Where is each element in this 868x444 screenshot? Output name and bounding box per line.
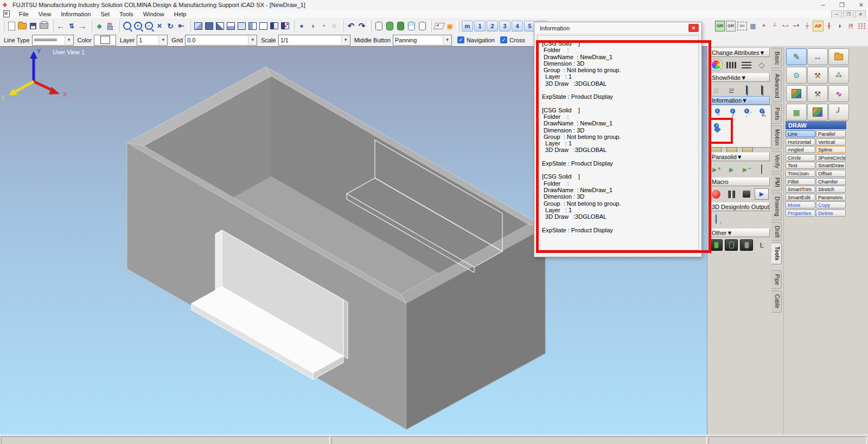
scale-combo[interactable]: 1/1▼ [278, 35, 350, 46]
menu-set[interactable]: Set [95, 10, 114, 18]
view-cube-2-icon[interactable] [203, 20, 214, 32]
rotate-view-icon[interactable]: ↻ [165, 20, 176, 32]
close-icon[interactable]: ✕ [859, 2, 864, 9]
info-point-icon[interactable]: ○ [710, 107, 724, 120]
draw-button-trim-join[interactable]: Trim/Join [786, 170, 815, 177]
undo-icon[interactable]: ↶ [346, 20, 356, 32]
tab-verify[interactable]: Verify [771, 151, 782, 172]
draw-button-parallel[interactable]: Parallel [816, 130, 846, 137]
tab-advanced[interactable]: Advanced [771, 70, 782, 102]
line-style-icon[interactable] [724, 58, 738, 72]
macro-stop-icon[interactable] [739, 187, 754, 201]
draw-button-stretch[interactable]: Stretch [816, 186, 846, 193]
macro-pause-icon[interactable] [724, 187, 738, 201]
dimension-show-icon[interactable]: 10 [724, 83, 738, 97]
view-cube-3-icon[interactable] [214, 20, 225, 32]
tab-draft[interactable]: Draft [771, 222, 782, 242]
snap-intersect-icon[interactable]: ┼ [802, 20, 813, 32]
branch-arrow-icon[interactable]: ⇅ [66, 20, 77, 32]
shade-4-icon[interactable]: ○ [329, 20, 340, 32]
information-window-title[interactable]: Information [534, 22, 701, 34]
menu-view[interactable]: View [34, 10, 56, 18]
draw-button-horizontal[interactable]: Horizontal [786, 138, 815, 145]
tab-cable[interactable]: Cable [771, 290, 782, 312]
zoom-out-icon[interactable]: − [143, 20, 154, 32]
snap-online-icon[interactable]: ┴ [769, 20, 780, 32]
draw-button-spline[interactable]: Spline [816, 146, 846, 153]
cyl-half-icon[interactable] [406, 20, 417, 32]
swap-view-icon[interactable]: ⇦ [737, 20, 748, 32]
book-icon[interactable] [269, 20, 279, 32]
other-solid-green-icon[interactable] [709, 238, 723, 252]
menu-information[interactable]: Information [56, 10, 95, 18]
cyl-green-icon[interactable] [384, 20, 395, 32]
torus-icon[interactable]: ◉ [444, 20, 455, 32]
shade-2-icon[interactable]: ◑ [307, 20, 318, 32]
assembly-tools-button[interactable]: ⚒ [807, 85, 828, 102]
solid-show-icon[interactable] [739, 83, 754, 97]
cyl-green-2-icon[interactable] [395, 20, 406, 32]
snap-mid-icon[interactable]: –• [791, 20, 802, 32]
tab-motion[interactable]: Motion [771, 125, 782, 149]
bolt-button[interactable]: ⚙ [786, 67, 807, 84]
wire-cube-icon[interactable]: ◇ [755, 58, 769, 72]
info-line-icon[interactable]: ╱ [725, 107, 739, 120]
parasolid-import-icon[interactable]: ►⁺ [709, 162, 723, 176]
tab-pipe[interactable]: Pipe [771, 270, 782, 289]
hand-tools-button[interactable]: ⚒ [807, 67, 828, 84]
minimize-icon[interactable]: ─ [821, 2, 825, 8]
view-cube-7-icon[interactable] [258, 20, 269, 32]
other-solid-outline-icon[interactable] [724, 238, 738, 252]
mdi-restore-icon[interactable]: ❐ [843, 10, 854, 18]
information-window[interactable]: Information ✕ [CSG Solid ] Folder : Draw… [534, 22, 702, 257]
zoom-in-icon[interactable]: + [132, 20, 143, 32]
color-combo[interactable] [94, 35, 116, 46]
macro-play-icon[interactable]: ▶ [755, 187, 769, 201]
info-angle-icon[interactable]: ∠ [756, 107, 770, 120]
other-dimension-icon[interactable]: Ŀ [755, 238, 769, 252]
other-solid-gray-icon[interactable] [739, 238, 754, 252]
macro-header[interactable]: Macro [709, 177, 770, 186]
layer-combo[interactable]: 1▼ [137, 35, 168, 46]
dim-2d3d-icon[interactable]: 2D3D [105, 20, 116, 32]
print-icon[interactable] [39, 20, 49, 32]
cyl-plain-icon[interactable] [417, 20, 427, 32]
snap-cross-icon[interactable]: ╂ [824, 20, 834, 32]
zoom-icon[interactable] [122, 20, 132, 32]
line-width-icon[interactable] [739, 58, 754, 72]
draw-button-smarttrim[interactable]: SmartTrim [786, 186, 815, 193]
info-solid-icon[interactable]: ◆ [710, 122, 724, 136]
info-polyline-icon[interactable]: ⋰ [741, 107, 755, 120]
work-plane-icon[interactable] [433, 20, 444, 32]
dimension-button[interactable]: ↔ [807, 48, 828, 65]
draw-button-properties[interactable]: Properties [786, 210, 815, 217]
curve-analysis-button[interactable]: ∿ [828, 85, 849, 102]
draw-button-copy[interactable]: Copy [816, 201, 846, 208]
designinfo-output-icon[interactable]: ↓ [709, 212, 723, 226]
view-button-4[interactable]: 4 [512, 21, 523, 31]
cyl-outline-icon[interactable] [373, 20, 384, 32]
zoom-fit-icon[interactable]: ✕ [154, 20, 165, 32]
view-button-3[interactable]: 3 [499, 21, 510, 31]
designinfo-header[interactable]: 3D DesignInfo Output [709, 202, 770, 211]
pattern-icon[interactable]: ▩ [748, 20, 758, 32]
redo-icon[interactable]: ↷ [356, 20, 367, 32]
snap-grid-icon[interactable] [856, 20, 867, 32]
draw-button-vertical[interactable]: Vertical [816, 138, 846, 145]
open-folder-icon[interactable] [17, 20, 28, 32]
snap-tangent-icon[interactable]: ◗ [834, 20, 845, 32]
mdi-close-icon[interactable]: ✕ [855, 10, 866, 18]
draw-button-3pointcircle[interactable]: 3PointCircle [816, 154, 846, 161]
draw-button-text[interactable]: Text [786, 162, 815, 169]
tab-basic[interactable]: Basic [771, 48, 782, 68]
draw-button-parametric[interactable]: Parametric [816, 194, 846, 201]
snap-ap-icon[interactable]: AP [813, 20, 824, 32]
parts-table-button[interactable]: ▦ [786, 104, 807, 120]
box-solid[interactable] [127, 67, 545, 429]
show-hide-header[interactable]: Show/Hide▼ [709, 73, 770, 82]
restore-icon[interactable]: ❐ [839, 2, 845, 9]
view-cube-4-icon[interactable] [225, 20, 236, 32]
solid-cube-button[interactable] [786, 85, 807, 102]
draw-button-line[interactable]: Line [786, 130, 815, 137]
color-wheel-icon[interactable] [709, 58, 723, 72]
